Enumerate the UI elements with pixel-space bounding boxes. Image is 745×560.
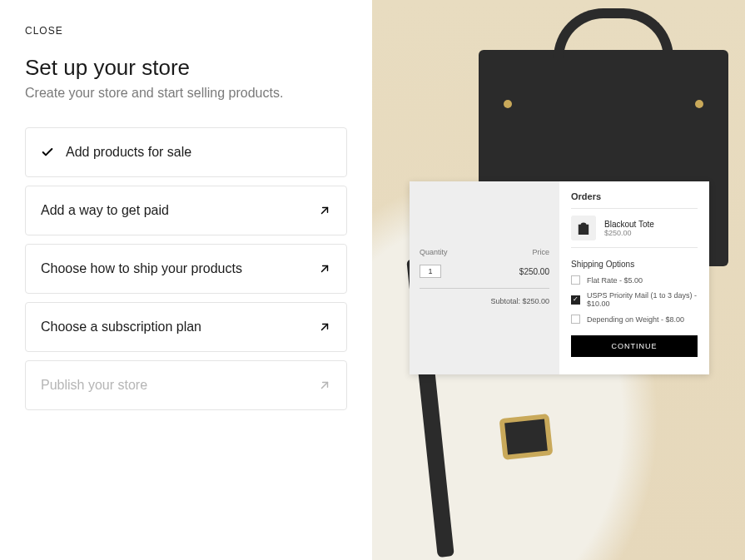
- page-subtitle: Create your store and start selling prod…: [25, 86, 347, 101]
- check-icon: [41, 146, 54, 159]
- quantity-input[interactable]: 1: [420, 265, 441, 278]
- orders-column: Orders Blackout Tote $250.00 Shipping Op…: [559, 181, 709, 374]
- quantity-header: Quantity: [420, 248, 448, 256]
- shipping-option-label: USPS Priority Mail (1 to 3 days) - $10.0…: [587, 291, 698, 308]
- left-panel: CLOSE Set up your store Create your stor…: [0, 0, 372, 560]
- arrow-up-right-icon: [318, 262, 331, 275]
- product-name: Blackout Tote: [604, 220, 654, 229]
- svg-line-0: [322, 208, 328, 214]
- shipping-option[interactable]: Flat Rate - $5.00: [571, 275, 698, 285]
- step-label: Publish your store: [41, 378, 147, 393]
- setup-steps: Add products for sale Add a way to get p…: [25, 127, 347, 410]
- price-header: Price: [532, 248, 549, 256]
- checkbox-icon[interactable]: [571, 295, 580, 305]
- continue-button[interactable]: CONTINUE: [571, 335, 698, 357]
- product-row: Blackout Tote $250.00: [571, 216, 698, 240]
- step-get-paid[interactable]: Add a way to get paid: [25, 186, 347, 235]
- arrow-up-right-icon: [318, 204, 331, 217]
- page-title: Set up your store: [25, 55, 347, 81]
- step-add-products[interactable]: Add products for sale: [25, 127, 347, 177]
- arrow-up-right-icon: [318, 379, 331, 392]
- step-label: Choose a subscription plan: [41, 320, 201, 335]
- cart-summary-column: Quantity Price 1 $250.00 Subtotal: $250.…: [410, 181, 559, 374]
- step-shipping[interactable]: Choose how to ship your products: [25, 244, 347, 294]
- close-link[interactable]: CLOSE: [25, 25, 347, 37]
- step-label: Add a way to get paid: [41, 203, 169, 218]
- buckle-illustration: [499, 414, 554, 460]
- arrow-up-right-icon: [318, 320, 331, 334]
- line-price: $250.00: [519, 267, 549, 276]
- orders-heading: Orders: [571, 191, 698, 201]
- product-price: $250.00: [604, 229, 654, 237]
- step-label: Add products for sale: [66, 145, 191, 160]
- shipping-options-heading: Shipping Options: [571, 260, 698, 269]
- checkbox-icon[interactable]: [571, 315, 580, 324]
- checkbox-icon[interactable]: [571, 275, 580, 285]
- product-thumbnail: [571, 216, 596, 240]
- step-publish: Publish your store: [25, 360, 347, 410]
- shipping-option-label: Flat Rate - $5.00: [587, 276, 643, 285]
- svg-line-2: [322, 325, 328, 330]
- shipping-option[interactable]: USPS Priority Mail (1 to 3 days) - $10.0…: [571, 291, 698, 308]
- shipping-option[interactable]: Depending on Weight - $8.00: [571, 315, 698, 324]
- svg-line-1: [322, 266, 328, 272]
- step-label: Choose how to ship your products: [41, 261, 242, 276]
- subtotal-label: Subtotal: $250.00: [420, 297, 549, 305]
- shipping-option-label: Depending on Weight - $8.00: [587, 315, 684, 324]
- svg-line-3: [322, 383, 328, 389]
- right-panel-illustration: Quantity Price 1 $250.00 Subtotal: $250.…: [372, 0, 745, 560]
- step-subscription[interactable]: Choose a subscription plan: [25, 302, 347, 352]
- orders-preview-card: Quantity Price 1 $250.00 Subtotal: $250.…: [410, 181, 709, 374]
